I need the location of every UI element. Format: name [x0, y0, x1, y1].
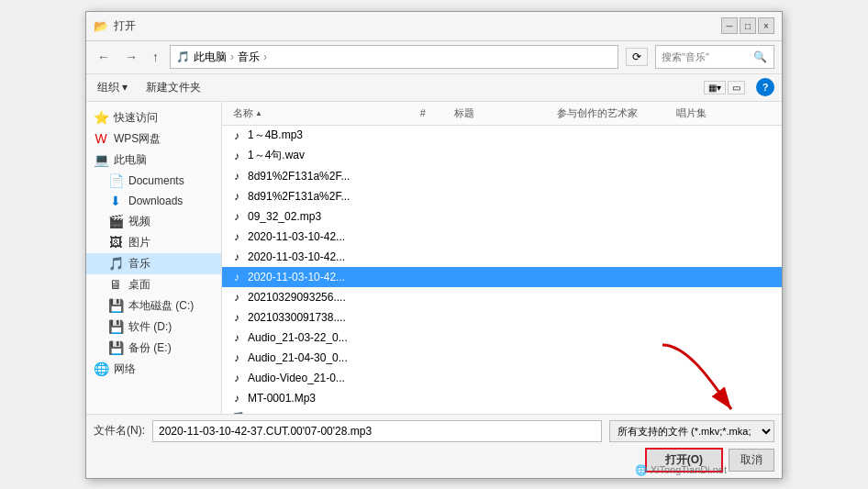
file-name: 1～4句.wav [248, 148, 431, 163]
view-buttons: ▦▾ ▭ [704, 81, 745, 94]
file-row[interactable]: ♪ Audio_21-03-22_0... [222, 328, 782, 348]
col-header-album[interactable]: 唱片集 [673, 106, 774, 120]
view-list-button[interactable]: ▭ [728, 81, 745, 94]
sidebar-label-local-c: 本地磁盘 (C:) [128, 298, 194, 314]
local-c-icon: 💾 [108, 298, 123, 313]
title-bar-left: 📂 打开 [94, 18, 136, 34]
col-header-num[interactable]: # [417, 107, 451, 118]
file-name: 8d91%2F131a%2F... [248, 190, 431, 203]
back-button[interactable]: ← [94, 48, 114, 66]
sidebar-item-backup-e[interactable]: 💾 备份 (E:) [86, 338, 221, 359]
file-name: 20210329093256.... [248, 291, 431, 304]
file-panel: 名称 ▲ # 标题 参与创作的艺术家 唱片集 ♪ [222, 102, 782, 414]
sidebar-item-quick-access[interactable]: ⭐ 快速访问 [86, 107, 221, 128]
file-name: Audio_21-04-30_0... [248, 351, 431, 364]
file-icon: ♪ [229, 128, 244, 143]
breadcrumb-end: › [263, 50, 267, 63]
file-row-selected[interactable]: ♪ 2020-11-03-10-42... [222, 267, 782, 287]
sidebar-item-wps[interactable]: W WPS网盘 [86, 128, 221, 150]
downloads-icon: ⬇ [108, 194, 123, 208]
main-content: ⭐ 快速访问 W WPS网盘 💻 此电脑 📄 Documents ⬇ Downl… [86, 102, 782, 414]
file-name: 20210330091738.... [248, 311, 431, 324]
file-row[interactable]: ♪ MT-0001.Mp3 [222, 388, 782, 408]
help-button[interactable]: ? [756, 78, 774, 96]
sidebar-label-videos: 视频 [128, 214, 150, 229]
filename-label: 文件名(N): [94, 423, 145, 439]
watermark: 🌐 XiTongTianDi.net [635, 464, 727, 476]
pictures-icon: 🖼 [108, 235, 123, 250]
sidebar-label-documents: Documents [128, 174, 184, 187]
sidebar-item-documents[interactable]: 📄 Documents [86, 171, 221, 191]
search-input[interactable] [662, 51, 753, 62]
breadcrumb-folder-icon: 🎵 [176, 50, 190, 63]
sidebar-label-wps: WPS网盘 [114, 131, 161, 147]
address-bar[interactable]: 🎵 此电脑 › 音乐 › [170, 45, 618, 69]
file-row[interactable]: ♪ 2020-11-03-10-42... [222, 247, 782, 267]
search-icon: 🔍 [753, 50, 767, 63]
breadcrumb-current: 音乐 [238, 50, 260, 65]
up-button[interactable]: ↑ [149, 48, 162, 66]
minimize-button[interactable]: ─ [721, 17, 738, 34]
filename-input[interactable] [152, 420, 602, 442]
sidebar-label-desktop: 桌面 [128, 277, 150, 293]
sidebar-item-downloads[interactable]: ⬇ Downloads [86, 191, 221, 211]
file-icon: ♪ [229, 330, 244, 345]
file-row[interactable]: ♪ 2020-11-03-10-42... [222, 227, 782, 247]
file-row[interactable]: ♪ 20210329093256.... [222, 287, 782, 307]
file-name: 2020-11-03-10-42... [248, 250, 431, 263]
file-icon: ♪ [229, 270, 244, 284]
search-box[interactable]: 🔍 [655, 45, 774, 69]
close-button[interactable]: × [758, 17, 774, 34]
soft-d-icon: 💾 [108, 319, 123, 334]
sidebar-label-backup-e: 备份 (E:) [128, 340, 172, 356]
sidebar-item-videos[interactable]: 🎬 视频 [86, 211, 221, 232]
desktop-icon: 🖥 [108, 277, 123, 292]
documents-icon: 📄 [108, 173, 123, 188]
file-row[interactable]: ♪ 20210330091738.... [222, 307, 782, 328]
file-name: Audio_21-03-22_0... [248, 331, 431, 344]
dialog-title: 打开 [114, 18, 136, 34]
file-name: 2020-11-03-10-42... [248, 271, 431, 283]
file-row[interactable]: ♪ 8d91%2F131a%2F... [222, 166, 782, 186]
new-folder-button[interactable]: 新建文件夹 [142, 78, 205, 97]
col-header-artist[interactable]: 参与创作的艺术家 [553, 106, 673, 120]
cancel-button[interactable]: 取消 [729, 449, 774, 472]
refresh-button[interactable]: ⟳ [626, 48, 648, 66]
filetype-select[interactable]: 所有支持的文件 (*.mkv;*.mka; [609, 420, 774, 442]
sidebar-item-music[interactable]: 🎵 音乐 [86, 253, 221, 274]
sidebar-item-local-c[interactable]: 💾 本地磁盘 (C:) [86, 295, 221, 317]
file-row[interactable]: ♪ 09_32_02.mp3 [222, 206, 782, 227]
organize-label: 组织 ▾ [97, 80, 128, 95]
this-pc-icon: 💻 [94, 152, 108, 167]
toolbar: ← → ↑ 🎵 此电脑 › 音乐 › ⟳ 🔍 [86, 41, 782, 74]
sidebar-item-network[interactable]: 🌐 网络 [86, 359, 221, 380]
file-row[interactable]: ♪ 1～4句.wav [222, 146, 782, 166]
file-list-header: 名称 ▲ # 标题 参与创作的艺术家 唱片集 [222, 102, 782, 126]
maximize-button[interactable]: □ [740, 17, 756, 34]
col-header-title[interactable]: 标题 [451, 106, 552, 120]
file-icon: ♪ [229, 209, 244, 224]
file-name: 1～4B.mp3 [248, 128, 431, 143]
file-row[interactable]: ♪ Audio_21-04-30_0... [222, 348, 782, 368]
wps-icon: W [94, 131, 108, 146]
file-icon: ♪ [229, 290, 244, 305]
file-name: 09_32_02.mp3 [248, 210, 431, 223]
sidebar-item-soft-d[interactable]: 💾 软件 (D:) [86, 317, 221, 338]
file-icon: ♪ [229, 229, 244, 244]
file-icon: ♪ [229, 391, 244, 406]
file-row[interactable]: ♪ 1～4B.mp3 [222, 126, 782, 146]
col-header-name[interactable]: 名称 ▲ [229, 106, 417, 120]
sidebar-item-pictures[interactable]: 🖼 图片 [86, 232, 221, 253]
file-name: MT-0001.Mp3 [248, 392, 431, 405]
file-row[interactable]: ♪ Audio-Video_21-0... [222, 368, 782, 388]
forward-button[interactable]: → [121, 48, 141, 66]
view-grid-button[interactable]: ▦▾ [704, 81, 726, 94]
sidebar-item-this-pc[interactable]: 💻 此电脑 [86, 150, 221, 171]
sort-arrow: ▲ [255, 109, 262, 117]
sidebar-item-desktop[interactable]: 🖥 桌面 [86, 274, 221, 295]
file-row[interactable]: ♪ 8d91%2F131a%2F... [222, 186, 782, 206]
action-bar: 组织 ▾ 新建文件夹 ▦▾ ▭ ? [86, 74, 782, 102]
organize-button[interactable]: 组织 ▾ [94, 78, 131, 97]
sidebar-label-quick-access: 快速访问 [114, 110, 158, 126]
file-icon: ♪ [229, 189, 244, 204]
